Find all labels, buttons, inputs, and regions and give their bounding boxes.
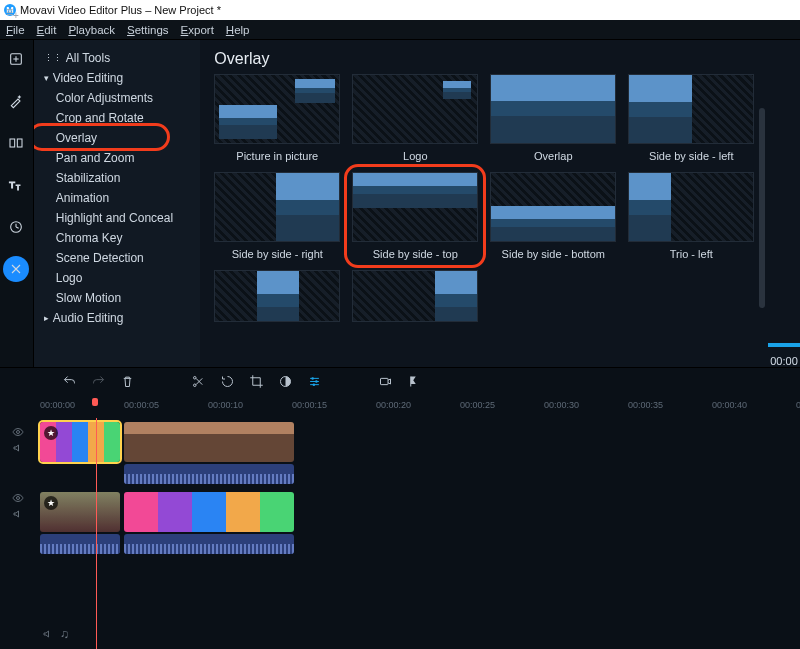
overlay-gallery: Overlay Picture in picture Logo Overlap (200, 40, 768, 367)
rail-transitions-icon[interactable] (3, 130, 29, 156)
color-button[interactable] (278, 374, 293, 393)
clip-audio-2a[interactable] (40, 534, 120, 554)
svg-text:T: T (16, 184, 20, 191)
svg-rect-4 (18, 139, 23, 147)
menu-edit[interactable]: Edit (37, 24, 57, 36)
tool-chroma-key[interactable]: Chroma Key (34, 228, 201, 248)
tick: 00:00:05 (124, 400, 159, 410)
svg-point-14 (311, 377, 314, 380)
tick: 00:00:20 (376, 400, 411, 410)
overlay-card-trio-left[interactable]: Trio - left (628, 172, 754, 260)
track2-controls[interactable] (12, 484, 24, 528)
rail-titles-icon[interactable]: TT (3, 172, 29, 198)
panel-heading: Overlay (214, 50, 754, 68)
tool-overlay-label: Overlay (56, 131, 97, 145)
rail-effects-icon[interactable] (3, 88, 29, 114)
preview-time: 00:00 (768, 335, 800, 367)
tool-crop-rotate[interactable]: Crop and Rotate (34, 108, 201, 128)
gallery-scrollbar[interactable] (759, 108, 765, 308)
star-icon: ★ (44, 496, 58, 510)
menu-export[interactable]: Export (181, 24, 214, 36)
record-button[interactable] (378, 374, 393, 393)
svg-text:T: T (10, 180, 16, 190)
crop-button[interactable] (249, 374, 264, 393)
window-title-bar: M Movavi Video Editor Plus – New Project… (0, 0, 800, 20)
svg-point-19 (17, 431, 20, 434)
star-icon: ★ (44, 426, 58, 440)
tool-color-adjustments[interactable]: Color Adjustments (34, 88, 201, 108)
tracks-area[interactable]: ★ ★ ♫ (36, 418, 800, 649)
overlay-card-side-left[interactable]: Side by side - left (628, 74, 754, 162)
window-title: Movavi Video Editor Plus – New Project * (20, 4, 221, 16)
timeline-toolbar: ≡+ (0, 368, 800, 398)
svg-point-20 (17, 497, 20, 500)
overlay-card-side-top[interactable]: Side by side - top (352, 172, 478, 260)
clip-video-face-1[interactable] (124, 422, 294, 462)
overlay-card-logo[interactable]: Logo (352, 74, 478, 162)
menu-file[interactable]: File (6, 24, 25, 36)
tool-scene-detection[interactable]: Scene Detection (34, 248, 201, 268)
tick: 00:00:10 (208, 400, 243, 410)
playhead-line[interactable] (96, 418, 97, 649)
overlay-card-picture-in-picture[interactable]: Picture in picture (214, 74, 340, 162)
tick: 00:00:30 (544, 400, 579, 410)
clip-audio-2b[interactable] (124, 534, 294, 554)
tick: 00:00:15 (292, 400, 327, 410)
preview-panel: 00:00 (768, 40, 800, 367)
overlay-card-partial-2[interactable] (352, 270, 478, 322)
tool-highlight-conceal[interactable]: Highlight and Conceal (34, 208, 201, 228)
rail-more-tools-button[interactable] (3, 256, 29, 282)
menu-help[interactable]: Help (226, 24, 250, 36)
track-gutter (0, 418, 36, 649)
menu-settings[interactable]: Settings (127, 24, 169, 36)
tool-logo[interactable]: Logo (34, 268, 201, 288)
clip-overlay-title[interactable]: ★ (40, 422, 120, 462)
svg-point-16 (313, 383, 316, 386)
tool-group-video-editing[interactable]: ▾Video Editing (34, 68, 201, 88)
undo-button[interactable] (62, 374, 77, 393)
music-track-controls[interactable]: ♫ (42, 627, 69, 641)
svg-rect-17 (381, 378, 389, 384)
tick: 00:00:00 (40, 400, 75, 410)
rotate-button[interactable] (220, 374, 235, 393)
overlay-card-side-bottom[interactable]: Side by side - bottom (490, 172, 616, 260)
menu-playback[interactable]: Playback (68, 24, 115, 36)
timeline-ruler[interactable]: 00:00:00 00:00:05 00:00:10 00:00:15 00:0… (0, 398, 800, 418)
tick: 00:00:40 (712, 400, 747, 410)
overlay-card-overlap[interactable]: Overlap (490, 74, 616, 162)
overlay-card-side-right[interactable]: Side by side - right (214, 172, 340, 260)
clip-audio-1[interactable] (124, 464, 294, 484)
rail-stickers-icon[interactable] (3, 214, 29, 240)
clip-video-room[interactable]: ★ (40, 492, 120, 532)
delete-button[interactable] (120, 374, 135, 393)
tool-slow-motion[interactable]: Slow Motion (34, 288, 201, 308)
clip-overlay-title-2[interactable] (124, 492, 294, 532)
tool-stabilization[interactable]: Stabilization (34, 168, 201, 188)
redo-button[interactable] (91, 374, 106, 393)
svg-point-9 (194, 384, 197, 387)
svg-point-8 (194, 376, 197, 379)
tool-all-tools[interactable]: ⋮⋮All Tools (34, 48, 201, 68)
tool-animation[interactable]: Animation (34, 188, 201, 208)
tool-group-audio-editing[interactable]: ▸Audio Editing (34, 308, 201, 328)
track1-controls[interactable] (12, 418, 24, 462)
menu-bar: File Edit Playback Settings Export Help (0, 20, 800, 40)
svg-point-15 (315, 380, 318, 383)
left-rail: TT (0, 40, 34, 367)
overlay-card-partial-1[interactable] (214, 270, 340, 322)
tool-overlay[interactable]: Overlay (34, 128, 201, 148)
clip-properties-button[interactable] (307, 374, 322, 393)
svg-rect-3 (10, 139, 15, 147)
tools-panel: ⋮⋮All Tools ▾Video Editing Color Adjustm… (34, 40, 201, 367)
split-button[interactable] (191, 374, 206, 393)
add-track-button[interactable]: ≡+ (6, 5, 19, 21)
playhead-icon[interactable] (90, 398, 100, 410)
tool-pan-zoom[interactable]: Pan and Zoom (34, 148, 201, 168)
tick: 00:00:25 (460, 400, 495, 410)
marker-button[interactable] (407, 374, 422, 393)
tick: 00:00:45 (796, 400, 800, 410)
rail-add-button[interactable] (3, 46, 29, 72)
annotation-highlight-overlay (34, 123, 170, 151)
tick: 00:00:35 (628, 400, 663, 410)
music-note-icon: ♫ (60, 627, 69, 641)
